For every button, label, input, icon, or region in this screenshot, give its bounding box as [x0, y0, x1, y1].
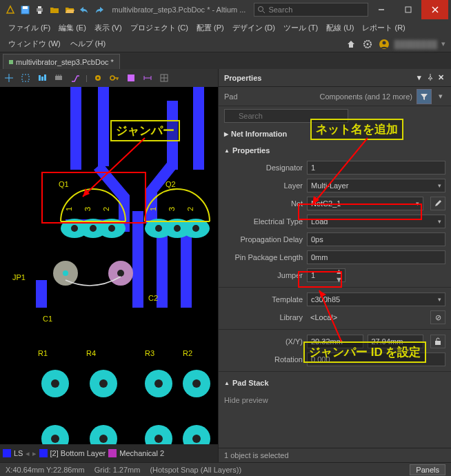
pdelay-input[interactable]: 0ps — [307, 232, 445, 246]
status-coords: X:40.64mm Y:22.86mm — [6, 466, 85, 474]
maximize-button[interactable] — [394, 0, 421, 19]
svg-rect-30 — [128, 75, 134, 81]
library-link-icon[interactable]: ⊘ — [430, 310, 445, 324]
titlebar-search[interactable]: Search — [254, 3, 368, 17]
svg-point-12 — [366, 43, 368, 45]
gear-icon[interactable] — [361, 38, 374, 50]
open2-icon[interactable] — [64, 4, 75, 15]
svg-text:2: 2 — [186, 207, 194, 211]
svg-point-69 — [192, 379, 201, 388]
print-icon[interactable] — [34, 4, 46, 15]
minimize-button[interactable] — [368, 0, 395, 19]
svg-text:JP1: JP1 — [12, 273, 26, 281]
menu-route[interactable]: 配線 (U) — [323, 21, 357, 34]
menu-help[interactable]: ヘルプ (H) — [68, 37, 108, 50]
home-icon[interactable] — [345, 38, 357, 50]
tab-active[interactable]: multivibrator_step3.PcbDoc * — [3, 54, 120, 69]
user-icon[interactable] — [378, 38, 390, 50]
svg-point-61 — [117, 270, 124, 277]
pcb-viewport[interactable]: | — [0, 69, 218, 462]
svg-text:R1: R1 — [38, 349, 48, 357]
svg-rect-8 — [405, 7, 411, 12]
svg-point-49 — [192, 225, 199, 232]
svg-text:R3: R3 — [145, 349, 154, 357]
menu-window[interactable]: ウィンドウ (W) — [6, 37, 63, 50]
svg-point-5 — [259, 7, 263, 12]
svg-rect-4 — [38, 11, 41, 14]
svg-text:Q2: Q2 — [166, 180, 176, 188]
menu-tools[interactable]: ツール (T) — [281, 21, 321, 34]
selection-status: 1 object is selected — [219, 448, 451, 462]
menu-edit[interactable]: 編集 (E) — [56, 21, 89, 34]
status-snap: (Hotspot Snap (All Layers)) — [150, 466, 241, 474]
svg-point-67 — [154, 379, 163, 388]
svg-point-47 — [174, 225, 181, 232]
svg-rect-20 — [44, 75, 46, 81]
filter-button[interactable] — [417, 89, 432, 104]
svg-point-39 — [71, 225, 78, 232]
hide-preview-link[interactable]: Hide preview — [224, 393, 268, 407]
svg-rect-1 — [23, 6, 28, 9]
place-cross-icon[interactable] — [3, 72, 15, 84]
highlight-jumper-field — [298, 271, 342, 288]
tab-label: multivibrator_step3.PcbDoc * — [16, 58, 114, 66]
panels-button[interactable]: Panels — [410, 464, 445, 475]
svg-text:1: 1 — [149, 207, 157, 211]
grid-icon[interactable] — [158, 72, 170, 84]
svg-text:R2: R2 — [183, 349, 192, 357]
menu-file[interactable]: ファイル (F) — [6, 21, 53, 34]
arrow-to-net — [307, 135, 376, 210]
layer-tabs[interactable]: LS ◂ ▸ [2] Bottom Layer Mechanical 2 — [0, 444, 218, 462]
object-type: Pad — [224, 92, 238, 101]
svg-point-41 — [90, 225, 97, 232]
svg-point-75 — [154, 435, 163, 443]
close-button[interactable] — [421, 0, 448, 19]
svg-rect-19 — [41, 77, 43, 81]
svg-rect-3 — [38, 6, 41, 8]
layer-ls[interactable]: LS — [14, 449, 23, 457]
menu-view[interactable]: 表示 (V) — [92, 21, 125, 34]
net-edit-icon[interactable] — [430, 197, 445, 210]
svg-text:R4: R4 — [86, 349, 96, 357]
svg-point-77 — [192, 435, 201, 443]
menu-reports[interactable]: レポート (R) — [359, 21, 408, 34]
svg-point-27 — [110, 76, 114, 80]
svg-point-65 — [99, 379, 108, 388]
svg-point-59 — [63, 270, 68, 276]
save-icon[interactable] — [20, 4, 31, 15]
pushpin-icon[interactable] — [427, 74, 434, 82]
undo-icon[interactable] — [79, 4, 90, 15]
svg-line-92 — [319, 290, 341, 341]
pin-icon[interactable]: ▾ — [417, 73, 421, 82]
filter-dropdown-icon[interactable]: ▾ — [436, 92, 445, 101]
svg-line-91 — [312, 138, 368, 205]
key-icon[interactable] — [108, 72, 121, 84]
properties-header: Properties ▾ ✕ — [219, 69, 451, 87]
dimension-icon[interactable] — [141, 72, 154, 84]
route-icon[interactable] — [69, 72, 81, 84]
open-icon[interactable] — [50, 4, 61, 15]
layer-bottom[interactable]: [2] Bottom Layer — [50, 449, 106, 457]
svg-point-63 — [51, 379, 59, 388]
menu-place[interactable]: 配置 (P) — [194, 21, 227, 34]
section-pad-stack[interactable]: ▲Pad Stack — [219, 375, 451, 391]
close-panel-icon[interactable]: ✕ — [438, 73, 444, 82]
svg-rect-21 — [55, 76, 62, 80]
svg-rect-17 — [22, 75, 29, 81]
ppl-input[interactable]: 0mm — [307, 250, 445, 264]
svg-text:C1: C1 — [43, 315, 52, 323]
svg-rect-89 — [435, 341, 441, 345]
redo-icon[interactable] — [94, 4, 105, 15]
svg-point-73 — [99, 435, 108, 443]
via-icon[interactable] — [92, 72, 104, 84]
menubar-2: ウィンドウ (W) ヘルプ (H) ████████ ▾ — [0, 36, 451, 52]
svg-point-71 — [51, 435, 59, 443]
menu-project[interactable]: プロジェクト (C) — [128, 21, 191, 34]
menu-design[interactable]: デザイン (D) — [230, 21, 278, 34]
lock-icon[interactable] — [430, 335, 445, 348]
fill-icon[interactable] — [125, 72, 137, 84]
align-icon[interactable] — [36, 72, 48, 84]
layer-mech[interactable]: Mechanical 2 — [119, 449, 164, 457]
select-icon[interactable] — [19, 72, 32, 84]
component-icon[interactable] — [52, 72, 65, 84]
